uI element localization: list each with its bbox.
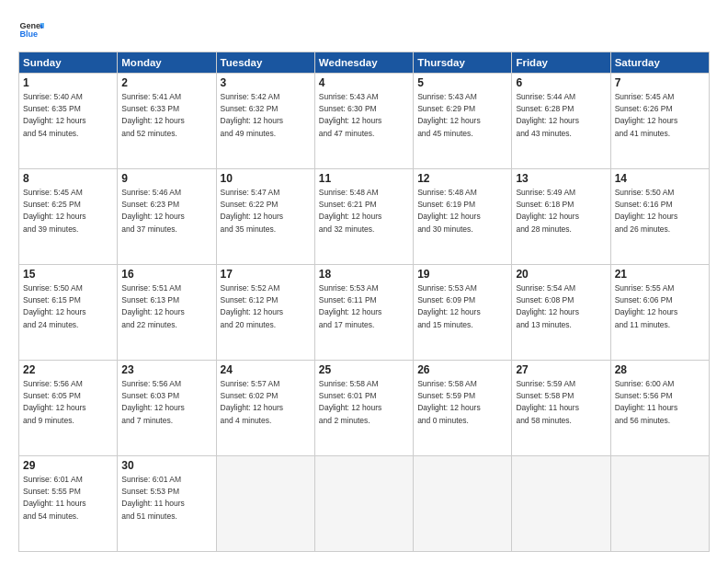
calendar-cell-18: 18Sunrise: 5:53 AMSunset: 6:11 PMDayligh… <box>314 265 413 361</box>
day-number: 12 <box>417 172 507 185</box>
day-number: 5 <box>417 76 507 89</box>
calendar-cell-5: 5Sunrise: 5:43 AMSunset: 6:29 PMDaylight… <box>414 74 512 169</box>
day-number: 14 <box>615 172 705 185</box>
calendar-cell-27: 27Sunrise: 5:59 AMSunset: 5:58 PMDayligh… <box>512 361 610 456</box>
weekday-header-tuesday: Tuesday <box>216 52 314 74</box>
header: General Blue <box>18 17 710 42</box>
calendar-week-5: 29Sunrise: 6:01 AMSunset: 5:55 PMDayligh… <box>19 456 710 552</box>
calendar-week-2: 8Sunrise: 5:45 AMSunset: 6:25 PMDaylight… <box>19 169 710 265</box>
calendar-cell-19: 19Sunrise: 5:53 AMSunset: 6:09 PMDayligh… <box>414 265 512 361</box>
svg-text:Blue: Blue <box>19 29 38 39</box>
calendar-cell-29: 29Sunrise: 6:01 AMSunset: 5:55 PMDayligh… <box>19 456 118 552</box>
calendar-cell-9: 9Sunrise: 5:46 AMSunset: 6:23 PMDaylight… <box>118 169 216 265</box>
day-number: 18 <box>319 268 409 281</box>
calendar-cell-empty <box>414 456 512 552</box>
calendar-week-4: 22Sunrise: 5:56 AMSunset: 6:05 PMDayligh… <box>19 361 710 456</box>
day-number: 15 <box>23 268 113 281</box>
day-info: Sunrise: 5:48 AMSunset: 6:21 PMDaylight:… <box>319 188 382 234</box>
day-info: Sunrise: 5:45 AMSunset: 6:25 PMDaylight:… <box>23 188 86 234</box>
day-info: Sunrise: 5:46 AMSunset: 6:23 PMDaylight:… <box>121 188 185 234</box>
calendar-cell-20: 20Sunrise: 5:54 AMSunset: 6:08 PMDayligh… <box>512 265 610 361</box>
day-info: Sunrise: 5:40 AMSunset: 6:35 PMDaylight:… <box>23 92 86 138</box>
day-info: Sunrise: 5:58 AMSunset: 5:59 PMDaylight:… <box>417 379 481 425</box>
logo: General Blue <box>18 17 44 42</box>
calendar-cell-1: 1Sunrise: 5:40 AMSunset: 6:35 PMDaylight… <box>19 74 118 169</box>
day-number: 11 <box>319 172 409 185</box>
day-info: Sunrise: 5:52 AMSunset: 6:12 PMDaylight:… <box>221 283 284 329</box>
day-number: 8 <box>23 172 113 185</box>
calendar-cell-3: 3Sunrise: 5:42 AMSunset: 6:32 PMDaylight… <box>216 74 314 169</box>
calendar-cell-26: 26Sunrise: 5:58 AMSunset: 5:59 PMDayligh… <box>414 361 512 456</box>
day-info: Sunrise: 5:48 AMSunset: 6:19 PMDaylight:… <box>417 188 481 234</box>
day-number: 25 <box>319 363 409 376</box>
calendar-cell-7: 7Sunrise: 5:45 AMSunset: 6:26 PMDaylight… <box>610 74 709 169</box>
calendar-table: SundayMondayTuesdayWednesdayThursdayFrid… <box>18 52 710 552</box>
calendar-cell-10: 10Sunrise: 5:47 AMSunset: 6:22 PMDayligh… <box>216 169 314 265</box>
weekday-header-sunday: Sunday <box>19 52 118 74</box>
weekday-header-wednesday: Wednesday <box>314 52 413 74</box>
calendar-cell-17: 17Sunrise: 5:52 AMSunset: 6:12 PMDayligh… <box>216 265 314 361</box>
day-info: Sunrise: 5:43 AMSunset: 6:29 PMDaylight:… <box>417 92 481 138</box>
day-info: Sunrise: 5:41 AMSunset: 6:33 PMDaylight:… <box>121 92 185 138</box>
calendar-cell-25: 25Sunrise: 5:58 AMSunset: 6:01 PMDayligh… <box>314 361 413 456</box>
calendar-cell-24: 24Sunrise: 5:57 AMSunset: 6:02 PMDayligh… <box>216 361 314 456</box>
day-number: 19 <box>417 268 507 281</box>
calendar-cell-23: 23Sunrise: 5:56 AMSunset: 6:03 PMDayligh… <box>118 361 216 456</box>
calendar-cell-empty <box>512 456 610 552</box>
day-info: Sunrise: 5:56 AMSunset: 6:05 PMDaylight:… <box>23 379 86 425</box>
calendar-cell-empty <box>314 456 413 552</box>
day-info: Sunrise: 6:01 AMSunset: 5:53 PMDaylight:… <box>121 475 185 521</box>
calendar-cell-30: 30Sunrise: 6:01 AMSunset: 5:53 PMDayligh… <box>118 456 216 552</box>
weekday-header-thursday: Thursday <box>414 52 512 74</box>
calendar-week-3: 15Sunrise: 5:50 AMSunset: 6:15 PMDayligh… <box>19 265 710 361</box>
day-info: Sunrise: 5:43 AMSunset: 6:30 PMDaylight:… <box>319 92 382 138</box>
day-number: 3 <box>221 76 311 89</box>
day-number: 17 <box>221 268 311 281</box>
day-info: Sunrise: 5:59 AMSunset: 5:58 PMDaylight:… <box>516 379 579 425</box>
day-info: Sunrise: 5:47 AMSunset: 6:22 PMDaylight:… <box>221 188 284 234</box>
day-number: 6 <box>516 76 606 89</box>
day-info: Sunrise: 5:44 AMSunset: 6:28 PMDaylight:… <box>516 92 579 138</box>
day-info: Sunrise: 5:53 AMSunset: 6:09 PMDaylight:… <box>417 283 481 329</box>
day-number: 16 <box>121 268 211 281</box>
day-info: Sunrise: 5:50 AMSunset: 6:16 PMDaylight:… <box>615 188 678 234</box>
day-info: Sunrise: 5:45 AMSunset: 6:26 PMDaylight:… <box>615 92 678 138</box>
calendar-cell-empty <box>610 456 709 552</box>
calendar-cell-8: 8Sunrise: 5:45 AMSunset: 6:25 PMDaylight… <box>19 169 118 265</box>
day-info: Sunrise: 6:01 AMSunset: 5:55 PMDaylight:… <box>23 475 86 521</box>
calendar-header-row: SundayMondayTuesdayWednesdayThursdayFrid… <box>19 52 710 74</box>
weekday-header-saturday: Saturday <box>610 52 709 74</box>
day-number: 22 <box>23 363 113 376</box>
calendar-cell-28: 28Sunrise: 6:00 AMSunset: 5:56 PMDayligh… <box>610 361 709 456</box>
day-info: Sunrise: 5:53 AMSunset: 6:11 PMDaylight:… <box>319 283 382 329</box>
day-number: 26 <box>417 363 507 376</box>
calendar-cell-13: 13Sunrise: 5:49 AMSunset: 6:18 PMDayligh… <box>512 169 610 265</box>
calendar-cell-4: 4Sunrise: 5:43 AMSunset: 6:30 PMDaylight… <box>314 74 413 169</box>
day-info: Sunrise: 5:42 AMSunset: 6:32 PMDaylight:… <box>221 92 284 138</box>
day-number: 24 <box>221 363 311 376</box>
day-number: 27 <box>516 363 606 376</box>
calendar-cell-22: 22Sunrise: 5:56 AMSunset: 6:05 PMDayligh… <box>19 361 118 456</box>
day-number: 4 <box>319 76 409 89</box>
calendar-week-1: 1Sunrise: 5:40 AMSunset: 6:35 PMDaylight… <box>19 74 710 169</box>
day-info: Sunrise: 5:51 AMSunset: 6:13 PMDaylight:… <box>121 283 185 329</box>
day-number: 28 <box>615 363 705 376</box>
day-info: Sunrise: 5:49 AMSunset: 6:18 PMDaylight:… <box>516 188 579 234</box>
day-info: Sunrise: 5:55 AMSunset: 6:06 PMDaylight:… <box>615 283 678 329</box>
day-info: Sunrise: 5:54 AMSunset: 6:08 PMDaylight:… <box>516 283 579 329</box>
calendar-cell-21: 21Sunrise: 5:55 AMSunset: 6:06 PMDayligh… <box>610 265 709 361</box>
day-number: 7 <box>615 76 705 89</box>
day-number: 21 <box>615 268 705 281</box>
day-info: Sunrise: 6:00 AMSunset: 5:56 PMDaylight:… <box>615 379 678 425</box>
weekday-header-monday: Monday <box>118 52 216 74</box>
day-info: Sunrise: 5:50 AMSunset: 6:15 PMDaylight:… <box>23 283 86 329</box>
day-number: 9 <box>121 172 211 185</box>
day-number: 1 <box>23 76 113 89</box>
calendar-cell-12: 12Sunrise: 5:48 AMSunset: 6:19 PMDayligh… <box>414 169 512 265</box>
day-number: 2 <box>121 76 211 89</box>
day-info: Sunrise: 5:58 AMSunset: 6:01 PMDaylight:… <box>319 379 382 425</box>
calendar-cell-11: 11Sunrise: 5:48 AMSunset: 6:21 PMDayligh… <box>314 169 413 265</box>
day-number: 20 <box>516 268 606 281</box>
day-info: Sunrise: 5:56 AMSunset: 6:03 PMDaylight:… <box>121 379 185 425</box>
calendar-cell-16: 16Sunrise: 5:51 AMSunset: 6:13 PMDayligh… <box>118 265 216 361</box>
